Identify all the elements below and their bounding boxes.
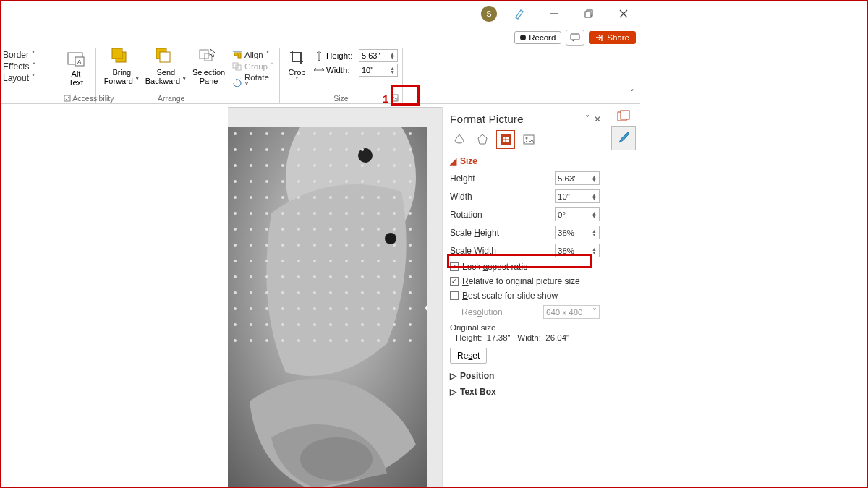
height-label: Height: (326, 51, 357, 60)
lock-aspect-label: Lock aspect ratio (462, 262, 528, 272)
align-icon (232, 51, 242, 59)
height-icon (314, 51, 324, 61)
bring-forward-button[interactable]: Bring Forward ˅ (101, 48, 142, 86)
record-button[interactable]: Record (514, 31, 561, 44)
group-menu[interactable]: Group ˅ (232, 61, 275, 72)
width-label: Width: (326, 66, 357, 74)
fp-scale-width-input[interactable]: 38%▲▼ (555, 244, 600, 257)
size-section-header[interactable]: ◢ Size (443, 153, 607, 169)
svg-text:A: A (77, 59, 82, 65)
fp-rotation-input[interactable]: 0°▲▼ (555, 207, 600, 221)
send-backward-icon (156, 48, 176, 68)
pane-close-button[interactable]: ✕ (594, 114, 601, 124)
selection-handle-right[interactable] (425, 304, 427, 311)
original-size-label: Original size (450, 321, 600, 332)
record-icon (520, 35, 526, 40)
send-backward-label: Send Backward ˅ (145, 68, 187, 86)
svg-rect-6 (160, 52, 170, 62)
position-section-header[interactable]: ▷ Position (443, 368, 607, 384)
original-size-values: Height: 17.38" Width: 26.04" (450, 332, 600, 346)
align-menu[interactable]: Align ˅ (232, 49, 275, 61)
spinner-arrows-icon: ▲▼ (390, 52, 395, 59)
ribbon-collapse-chevron[interactable]: ˅ (630, 88, 634, 98)
restore-button[interactable] (576, 1, 601, 26)
selection-pane-label: Selection Pane (192, 68, 225, 85)
width-icon (314, 65, 324, 75)
svg-rect-7 (200, 50, 208, 59)
arrange-mini-group: Align ˅ Group ˅ Rotate ˅ (228, 48, 280, 103)
lock-aspect-checkbox[interactable]: ✓ (450, 262, 459, 271)
scale-height-label: Scale Height (450, 228, 555, 238)
titlebar-secondary: Record Share (228, 27, 640, 48)
fp-width-input[interactable]: 10"▲▼ (555, 189, 600, 203)
send-backward-button[interactable]: Send Backward ˅ (145, 48, 187, 86)
alt-text-button[interactable]: A Alt Text (59, 49, 93, 87)
share-button[interactable]: Share (589, 31, 636, 44)
selected-picture[interactable] (228, 127, 427, 488)
ribbon-height-input[interactable]: 5.63" ▲▼ (359, 49, 398, 62)
designer-tab-icon[interactable] (607, 107, 640, 126)
share-label: Share (607, 33, 629, 42)
group-icon (232, 62, 242, 71)
picture-effects-menu[interactable]: Effects ˅ (3, 61, 56, 72)
svg-rect-28 (621, 111, 629, 119)
picture-options: Border ˅ Effects ˅ Layout ˅ (0, 49, 56, 84)
rotate-menu[interactable]: Rotate ˅ (232, 72, 275, 93)
comments-button[interactable] (566, 30, 584, 46)
annotation-number-1: 1 (383, 93, 388, 105)
resolution-combo: 640 x 480˅ (543, 305, 600, 319)
side-toolbar (607, 107, 640, 150)
collapse-icon: ▷ (450, 387, 456, 397)
bring-forward-icon (111, 48, 132, 68)
scale-width-label: Scale Width (450, 246, 555, 256)
share-icon (595, 34, 604, 42)
selection-pane-button[interactable]: Selection Pane (190, 48, 228, 85)
size-dialog-launcher[interactable] (391, 93, 399, 101)
ribbon-width-input[interactable]: 10" ▲▼ (359, 64, 398, 77)
record-label: Record (529, 33, 556, 42)
picture-tab[interactable] (519, 130, 538, 149)
size-properties-tab[interactable] (496, 130, 515, 149)
account-avatar[interactable]: S (481, 6, 497, 22)
textbox-section-header[interactable]: ▷ Text Box (443, 384, 607, 400)
ribbon: Align ˅ Group ˅ Rotate ˅ Crop ˅ Height: … (228, 48, 640, 104)
designer-brush-icon (616, 131, 631, 145)
rotate-icon (232, 78, 242, 87)
alt-text-icon: A (66, 49, 86, 69)
comment-icon (570, 33, 580, 42)
svg-point-26 (526, 137, 528, 140)
svg-marker-22 (478, 134, 487, 144)
crop-label: Crop (289, 68, 306, 77)
pane-dropdown-chevron[interactable]: ˅ (585, 114, 590, 124)
reset-button[interactable]: Reset (450, 348, 487, 364)
picture-border-menu[interactable]: Border ˅ (3, 49, 56, 61)
ribbon-left-partial: Border ˅ Effects ˅ Layout ˅ A Alt Text B… (0, 48, 228, 104)
relative-size-checkbox[interactable]: ✓ (450, 277, 459, 286)
close-button[interactable] (611, 1, 636, 26)
fill-line-tab[interactable] (450, 130, 469, 149)
resolution-label: Resolution (461, 307, 543, 317)
svg-rect-4 (112, 48, 122, 59)
fp-height-input[interactable]: 5.63"▲▼ (555, 171, 600, 185)
best-scale-checkbox[interactable] (450, 291, 459, 300)
crop-icon (289, 49, 306, 68)
best-scale-label: Best scale for slide show (462, 291, 558, 301)
rotation-field-label: Rotation (450, 210, 555, 220)
height-field-label: Height (450, 174, 555, 184)
arrange-group-label: Arrange (158, 94, 184, 103)
pattern-overlay (228, 127, 427, 344)
coming-soon-icon[interactable] (507, 1, 532, 26)
effects-tab[interactable] (473, 130, 492, 149)
chevron-down-icon: ˅ (295, 77, 299, 84)
designer-button[interactable] (611, 126, 636, 150)
minimize-button[interactable] (542, 1, 566, 26)
titlebar: S (228, 0, 640, 27)
svg-rect-18 (238, 53, 241, 58)
accessibility-group-label: Accessibility (64, 94, 114, 103)
svg-point-33 (300, 437, 373, 481)
svg-rect-17 (234, 53, 237, 56)
crop-button[interactable]: Crop ˅ (284, 49, 310, 84)
picture-layout-menu[interactable]: Layout ˅ (3, 72, 56, 84)
fp-scale-height-input[interactable]: 38%▲▼ (555, 226, 600, 239)
spinner-arrows-icon: ▲▼ (390, 67, 395, 74)
